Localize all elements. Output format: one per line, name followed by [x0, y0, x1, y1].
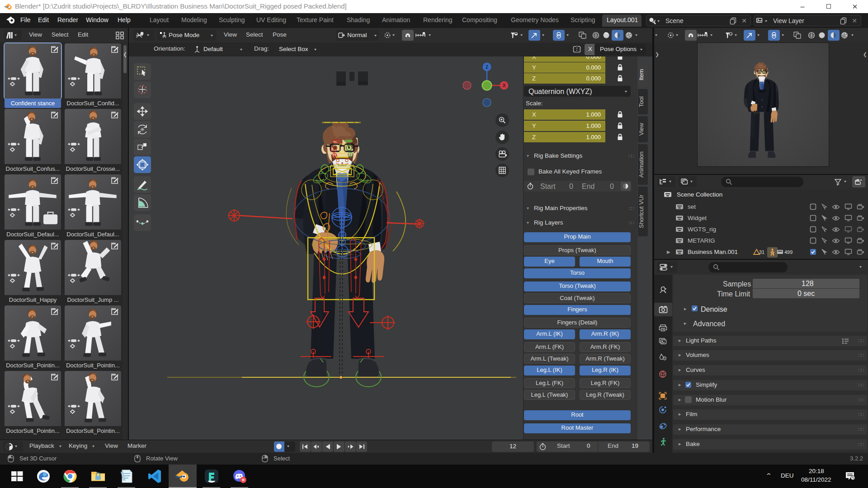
svg-text:8.8.8: 8.8.8 [334, 140, 339, 143]
svg-text:Z: Z [486, 65, 488, 70]
svg-text:X: X [503, 83, 506, 88]
